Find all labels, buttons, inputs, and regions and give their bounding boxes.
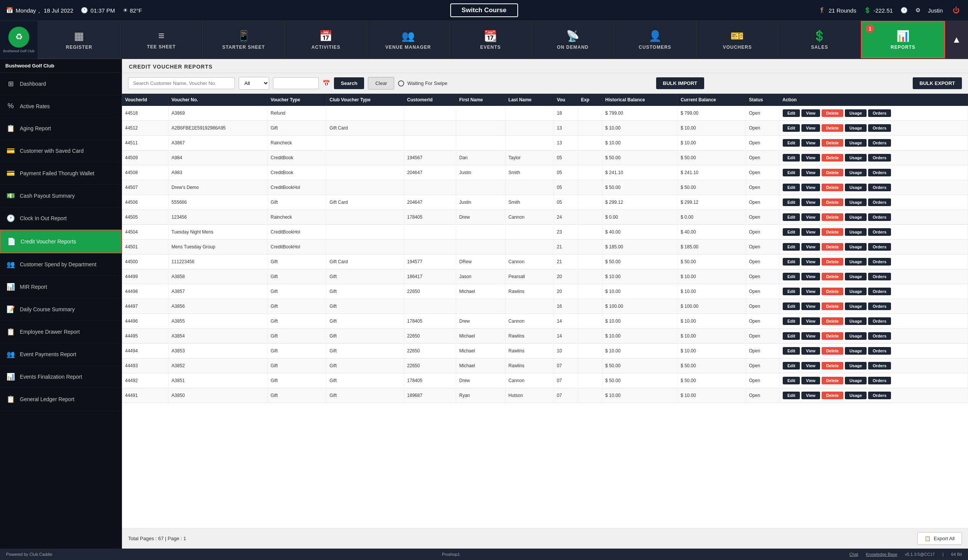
- edit-button[interactable]: Edit: [783, 302, 800, 310]
- delete-button[interactable]: Delete: [822, 347, 843, 355]
- view-button[interactable]: View: [801, 392, 820, 399]
- edit-button[interactable]: Edit: [783, 347, 800, 355]
- usage-button[interactable]: Usage: [845, 198, 867, 206]
- usage-button[interactable]: Usage: [845, 302, 867, 310]
- delete-button[interactable]: Delete: [822, 258, 843, 266]
- orders-button[interactable]: Orders: [868, 228, 891, 236]
- view-button[interactable]: View: [801, 124, 820, 132]
- delete-button[interactable]: Delete: [822, 287, 843, 295]
- sidebar-item-event-payments[interactable]: 👥 Event Payments Report: [0, 343, 122, 366]
- edit-button[interactable]: Edit: [783, 362, 800, 370]
- sidebar-item-dashboard[interactable]: ⊞ Dashboard: [0, 73, 122, 95]
- orders-button[interactable]: Orders: [868, 347, 891, 355]
- usage-button[interactable]: Usage: [845, 139, 867, 147]
- edit-button[interactable]: Edit: [783, 213, 800, 221]
- orders-button[interactable]: Orders: [868, 154, 891, 162]
- orders-button[interactable]: Orders: [868, 213, 891, 221]
- swipe-radio[interactable]: [398, 80, 404, 86]
- nav-item-register[interactable]: ▦ REGISTER: [38, 21, 121, 58]
- orders-button[interactable]: Orders: [868, 273, 891, 280]
- orders-button[interactable]: Orders: [868, 139, 891, 147]
- switch-course-button[interactable]: Switch Course: [450, 3, 518, 17]
- sidebar-item-clock-in-out[interactable]: 🕐 Clock In Out Report: [0, 207, 122, 230]
- usage-button[interactable]: Usage: [845, 332, 867, 340]
- edit-button[interactable]: Edit: [783, 273, 800, 280]
- sidebar-item-events-finalization[interactable]: 📊 Events Finalization Report: [0, 366, 122, 388]
- nav-arrow-right[interactable]: ▲: [945, 21, 968, 58]
- view-button[interactable]: View: [801, 198, 820, 206]
- usage-button[interactable]: Usage: [845, 347, 867, 355]
- usage-button[interactable]: Usage: [845, 183, 867, 191]
- sidebar-item-cash-payout[interactable]: 💵 Cash Payout Summary: [0, 185, 122, 207]
- power-button[interactable]: ⏻: [950, 7, 962, 15]
- orders-button[interactable]: Orders: [868, 317, 891, 325]
- knowledge-base-link[interactable]: Knowledge Base: [866, 552, 897, 557]
- delete-button[interactable]: Delete: [822, 213, 843, 221]
- view-button[interactable]: View: [801, 183, 820, 191]
- delete-button[interactable]: Delete: [822, 139, 843, 147]
- usage-button[interactable]: Usage: [845, 377, 867, 384]
- delete-button[interactable]: Delete: [822, 169, 843, 177]
- edit-button[interactable]: Edit: [783, 124, 800, 132]
- orders-button[interactable]: Orders: [868, 198, 891, 206]
- bulk-import-button[interactable]: BULK IMPORT: [656, 77, 704, 89]
- orders-button[interactable]: Orders: [868, 258, 891, 266]
- view-button[interactable]: View: [801, 377, 820, 384]
- delete-button[interactable]: Delete: [822, 228, 843, 236]
- view-button[interactable]: View: [801, 347, 820, 355]
- edit-button[interactable]: Edit: [783, 332, 800, 340]
- view-button[interactable]: View: [801, 302, 820, 310]
- settings-stat[interactable]: ⚙: [915, 7, 920, 14]
- sidebar-item-active-rates[interactable]: % Active Rates: [0, 95, 122, 117]
- edit-button[interactable]: Edit: [783, 198, 800, 206]
- nav-item-starter-sheet[interactable]: 📱 STARTER SHEET: [203, 21, 285, 58]
- usage-button[interactable]: Usage: [845, 392, 867, 399]
- nav-item-vouchers[interactable]: 🎫 VOUCHERS: [696, 21, 779, 58]
- nav-item-tee-sheet[interactable]: ≡ TEE SHEET: [121, 21, 203, 58]
- orders-button[interactable]: Orders: [868, 302, 891, 310]
- edit-button[interactable]: Edit: [783, 287, 800, 295]
- usage-button[interactable]: Usage: [845, 317, 867, 325]
- edit-button[interactable]: Edit: [783, 183, 800, 191]
- usage-button[interactable]: Usage: [845, 213, 867, 221]
- orders-button[interactable]: Orders: [868, 362, 891, 370]
- delete-button[interactable]: Delete: [822, 362, 843, 370]
- type-filter-select[interactable]: All: [239, 77, 269, 89]
- view-button[interactable]: View: [801, 228, 820, 236]
- orders-button[interactable]: Orders: [868, 392, 891, 399]
- nav-item-activities[interactable]: 📅 ACTIVITIES: [285, 21, 367, 58]
- orders-button[interactable]: Orders: [868, 287, 891, 295]
- edit-button[interactable]: Edit: [783, 243, 800, 251]
- delete-button[interactable]: Delete: [822, 302, 843, 310]
- sidebar-item-customer-saved-card[interactable]: 💳 Customer with Saved Card: [0, 140, 122, 162]
- view-button[interactable]: View: [801, 287, 820, 295]
- delete-button[interactable]: Delete: [822, 273, 843, 280]
- delete-button[interactable]: Delete: [822, 317, 843, 325]
- edit-button[interactable]: Edit: [783, 139, 800, 147]
- delete-button[interactable]: Delete: [822, 392, 843, 399]
- sidebar-item-mir-report[interactable]: 📊 MIR Report: [0, 276, 122, 298]
- sidebar-item-customer-spend[interactable]: 👥 Customer Spend by Department: [0, 253, 122, 276]
- orders-button[interactable]: Orders: [868, 124, 891, 132]
- nav-item-sales[interactable]: 💲 SALES: [779, 21, 861, 58]
- edit-button[interactable]: Edit: [783, 154, 800, 162]
- usage-button[interactable]: Usage: [845, 228, 867, 236]
- delete-button[interactable]: Delete: [822, 154, 843, 162]
- chat-link[interactable]: Chat: [849, 552, 858, 557]
- delete-button[interactable]: Delete: [822, 243, 843, 251]
- edit-button[interactable]: Edit: [783, 392, 800, 399]
- nav-item-venue-manager[interactable]: 👥 VENUE MANAGER: [367, 21, 449, 58]
- delete-button[interactable]: Delete: [822, 377, 843, 384]
- orders-button[interactable]: Orders: [868, 169, 891, 177]
- delete-button[interactable]: Delete: [822, 198, 843, 206]
- orders-button[interactable]: Orders: [868, 243, 891, 251]
- sidebar-item-daily-course[interactable]: 📝 Daily Course Summary: [0, 298, 122, 321]
- edit-button[interactable]: Edit: [783, 109, 800, 117]
- export-all-button[interactable]: 📋 Export All: [917, 532, 962, 545]
- nav-item-customers[interactable]: 👤 CUSTOMERS: [614, 21, 696, 58]
- usage-button[interactable]: Usage: [845, 124, 867, 132]
- date-filter-input[interactable]: 2022-07-18: [273, 77, 319, 89]
- usage-button[interactable]: Usage: [845, 362, 867, 370]
- search-input[interactable]: [128, 77, 235, 89]
- orders-button[interactable]: Orders: [868, 377, 891, 384]
